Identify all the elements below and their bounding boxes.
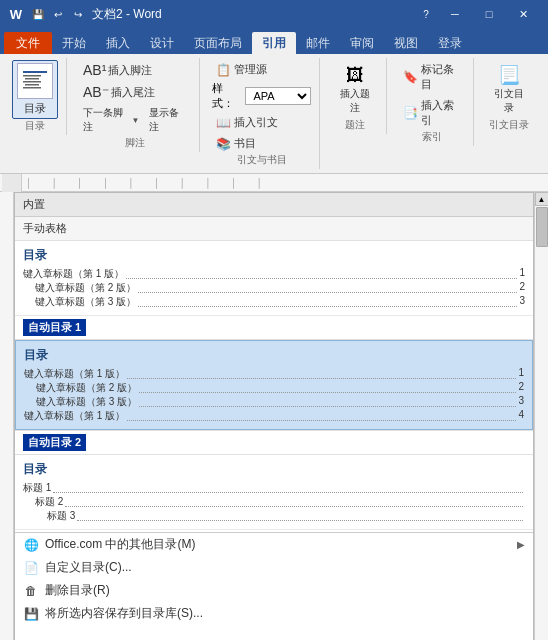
mark-icon: 🔖 (403, 70, 418, 84)
save-icon[interactable]: 💾 (30, 6, 46, 22)
toc-line-3: 键入章标题（第 3 版） 3 (23, 295, 525, 309)
footnote-group: AB¹ 插入脚注 AB⁻ 插入尾注 下一条脚注 ▼ 显示备注 (75, 58, 200, 152)
tab-mail[interactable]: 邮件 (296, 32, 340, 54)
insert-citation-button[interactable]: 📖 插入引文 (212, 113, 311, 132)
tab-reference[interactable]: 引用 (252, 32, 296, 54)
quick-access-toolbar: 💾 ↩ ↪ (30, 6, 86, 22)
tab-file[interactable]: 文件 (4, 32, 52, 54)
maximize-button[interactable]: □ (472, 0, 506, 28)
auto-toc-2-line-2: 标题 2 (23, 495, 525, 509)
menu-item-delete[interactable]: 🗑 删除目录(R) (15, 579, 533, 602)
auto-toc-2-title: 目录 (23, 461, 525, 478)
auto-toc-1-line-3: 键入章标题（第 3 版） 3 (24, 395, 524, 409)
word-logo-icon: W (8, 6, 24, 22)
manage-source-button[interactable]: 📋 管理源 (212, 60, 311, 79)
menu-item-office[interactable]: 🌐 Office.com 中的其他目录(M) ▶ (15, 533, 533, 556)
citation-icon: 📖 (216, 116, 231, 130)
document-area: 内置 手动表格 目录 键入章标题（第 1 版） 1 键入章标题（第 2 版） 2 (14, 192, 534, 640)
footnote-icon: AB¹ (83, 62, 106, 78)
insert-caption-button[interactable]: 🖼 插入题注 (332, 60, 378, 118)
citation-group: 📋 管理源 样式： APA MLA Chicago 📖 插入引文 📚 (208, 58, 320, 169)
manual-toc-item[interactable]: 目录 键入章标题（第 1 版） 1 键入章标题（第 2 版） 2 键入章标题（第… (15, 241, 533, 316)
auto-toc-2-line-1: 标题 1 (23, 481, 525, 495)
scroll-track[interactable] (536, 207, 548, 640)
manual-toc-title: 目录 (23, 247, 525, 264)
chevron-down-icon: ▼ (132, 116, 140, 125)
svg-rect-3 (23, 81, 41, 83)
toa-group-label: 引文目录 (489, 118, 529, 132)
tab-review[interactable]: 审阅 (340, 32, 384, 54)
svg-rect-1 (23, 75, 41, 77)
main-area: 内置 手动表格 目录 键入章标题（第 1 版） 1 键入章标题（第 2 版） 2 (0, 192, 548, 640)
bibliography-button[interactable]: 📚 书目 (212, 134, 311, 153)
mark-entry-button[interactable]: 🔖 标记条目 (399, 60, 466, 94)
next-footnote-button[interactable]: 下一条脚注 ▼ (79, 104, 143, 136)
auto-toc-1-title: 目录 (24, 347, 524, 364)
dropdown-header: 内置 (15, 193, 533, 217)
citation-style-select[interactable]: APA MLA Chicago (245, 87, 311, 105)
right-scrollbar[interactable]: ▲ ▼ (534, 192, 548, 640)
titlebar-left: W 💾 ↩ ↪ 文档2 - Word (8, 6, 162, 23)
help-icon[interactable]: ? (418, 6, 434, 22)
manual-section-label: 手动表格 (15, 217, 533, 241)
show-notes-button[interactable]: 显示备注 (145, 104, 191, 136)
tab-design[interactable]: 设计 (140, 32, 184, 54)
toa-button[interactable]: 📃 引文目录 (486, 60, 532, 118)
bibliography-icon: 📚 (216, 137, 231, 151)
tab-layout[interactable]: 页面布局 (184, 32, 252, 54)
svg-rect-4 (25, 84, 39, 86)
auto-toc-2-line-3: 标题 3 (23, 509, 525, 523)
svg-rect-0 (23, 71, 47, 73)
ruler-marks: ││││││││││ (22, 178, 546, 188)
delete-icon: 🗑 (23, 583, 39, 599)
tab-view[interactable]: 视图 (384, 32, 428, 54)
scroll-up-button[interactable]: ▲ (535, 192, 549, 206)
index-group: 🔖 标记条目 📑 插入索引 索引 (395, 58, 475, 146)
toc-group-content: 目录 (12, 60, 58, 119)
insert-index-button[interactable]: 📑 插入索引 (399, 96, 466, 130)
citation-group-label: 引文与书目 (237, 153, 287, 167)
auto-toc-1-item[interactable]: 目录 键入章标题（第 1 版） 1 键入章标题（第 2 版） 2 键入章标题（第… (15, 340, 533, 430)
tab-login[interactable]: 登录 (428, 32, 472, 54)
auto-section-1: 自动目录 1 (15, 316, 533, 340)
window-title: 文档2 - Word (92, 6, 162, 23)
toc-button-label: 目录 (24, 101, 46, 116)
toc-line-2: 键入章标题（第 2 版） 2 (23, 281, 525, 295)
window-controls: ─ □ ✕ (438, 0, 540, 28)
toc-button[interactable]: 目录 (12, 60, 58, 119)
captions-group: 🖼 插入题注 题注 (328, 58, 387, 134)
index-group-label: 索引 (422, 130, 442, 144)
auto-label-2: 自动目录 2 (23, 434, 86, 451)
ruler: ││││││││││ (0, 174, 548, 192)
undo-icon[interactable]: ↩ (50, 6, 66, 22)
close-button[interactable]: ✕ (506, 0, 540, 28)
caption-icon: 🖼 (343, 63, 367, 87)
scroll-thumb[interactable] (536, 207, 548, 247)
toa-content: 📃 引文目录 (486, 60, 532, 118)
index-content: 🔖 标记条目 📑 插入索引 (399, 60, 466, 130)
insert-footnote-button[interactable]: AB¹ 插入脚注 (79, 60, 191, 80)
menu-item-custom[interactable]: 📄 自定义目录(C)... (15, 556, 533, 579)
toc-group: 目录 目录 (8, 58, 67, 135)
titlebar: W 💾 ↩ ↪ 文档2 - Word ? ─ □ ✕ (0, 0, 548, 28)
insert-endnote-button[interactable]: AB⁻ 插入尾注 (79, 82, 191, 102)
custom-icon: 📄 (23, 560, 39, 576)
tab-insert[interactable]: 插入 (96, 32, 140, 54)
auto-toc-2-item[interactable]: 目录 标题 1 标题 2 标题 3 (15, 455, 533, 530)
svg-rect-5 (23, 87, 41, 89)
svg-rect-2 (25, 78, 39, 80)
footnote-group-label: 脚注 (125, 136, 145, 150)
toc-line-1: 键入章标题（第 1 版） 1 (23, 267, 525, 281)
ribbon-tabs: 文件 开始 插入 设计 页面布局 引用 邮件 审阅 视图 登录 (0, 28, 548, 54)
auto-label-1: 自动目录 1 (23, 319, 86, 336)
left-scrollbar (0, 192, 14, 640)
redo-icon[interactable]: ↪ (70, 6, 86, 22)
auto-toc-1-line-4: 键入章标题（第 1 版） 4 (24, 409, 524, 423)
save-toc-icon: 💾 (23, 606, 39, 622)
toa-group: 📃 引文目录 引文目录 (482, 58, 540, 134)
tab-start[interactable]: 开始 (52, 32, 96, 54)
footnote-group-content: AB¹ 插入脚注 AB⁻ 插入尾注 下一条脚注 ▼ 显示备注 (79, 60, 191, 136)
auto-section-2: 自动目录 2 (15, 430, 533, 455)
minimize-button[interactable]: ─ (438, 0, 472, 28)
menu-item-save[interactable]: 💾 将所选内容保存到目录库(S)... (15, 602, 533, 625)
